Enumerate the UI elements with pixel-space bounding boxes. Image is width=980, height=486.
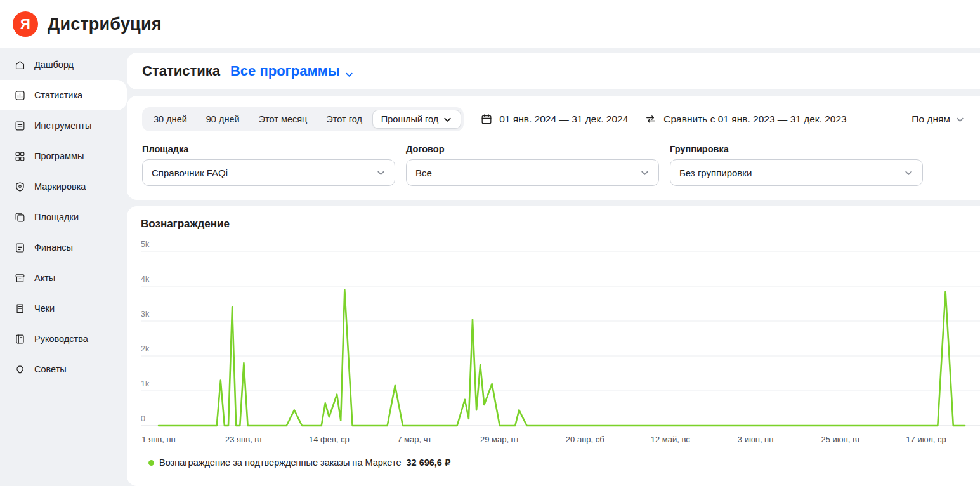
sidebar-item-programs[interactable]: Программы: [0, 141, 127, 171]
period-tab-90-days[interactable]: 90 дней: [197, 110, 249, 129]
date-range-label: 01 янв. 2024 — 31 дек. 2024: [499, 114, 628, 125]
sidebar-item-tips[interactable]: Советы: [0, 354, 127, 384]
period-tabs: 30 дней 90 дней Этот месяц Этот год Прош…: [142, 107, 464, 131]
period-tab-this-month[interactable]: Этот месяц: [250, 110, 317, 129]
contract-filter: Договор Все: [406, 144, 659, 186]
grouping-select[interactable]: Без группировки: [670, 159, 923, 186]
legend-series-label: Вознаграждение за подтвержденные заказы …: [159, 457, 401, 468]
app-title: Дистрибуция: [48, 15, 162, 34]
sidebar-item-label: Площадки: [34, 212, 79, 222]
svg-text:0: 0: [141, 414, 145, 423]
compare-label: Сравнить с 01 янв. 2023 — 31 дек. 2023: [663, 114, 846, 125]
compare-arrows-icon: [644, 113, 657, 126]
svg-text:2k: 2k: [141, 345, 150, 353]
guides-book-icon: [14, 333, 26, 345]
sidebar-item-label: Статистика: [34, 90, 82, 100]
sidebar-item-tools[interactable]: Инструменты: [0, 110, 127, 141]
contract-filter-label: Договор: [406, 144, 659, 154]
chevron-down-icon: [904, 168, 913, 178]
svg-text:29 мар, пт: 29 мар, пт: [480, 435, 519, 444]
program-selector[interactable]: Все программы: [230, 63, 354, 79]
chart-title: Вознаграждение: [141, 218, 980, 230]
reward-line-chart[interactable]: 01k2k3k4k5k1 янв, пн23 янв, вт14 фев, ср…: [134, 240, 980, 451]
bar-chart-icon: [14, 89, 26, 102]
sidebar-item-guides[interactable]: Руководства: [0, 324, 127, 354]
contract-select-value: Все: [415, 167, 432, 178]
svg-text:4k: 4k: [141, 275, 150, 284]
page-header-card: Статистика Все программы: [127, 53, 980, 89]
tips-lightbulb-icon: [14, 364, 26, 376]
platform-filter-label: Площадка: [142, 144, 395, 154]
svg-text:20 апр, сб: 20 апр, сб: [566, 435, 604, 444]
sidebar-item-acts[interactable]: Акты: [0, 263, 127, 293]
home-icon: [14, 59, 26, 71]
layout: Дашборд Статистика Инструменты Программы…: [0, 48, 980, 486]
select-filter-row: Площадка Справочник FAQi Договор Все: [142, 144, 965, 186]
grouping-filter-label: Группировка: [670, 144, 923, 154]
platform-filter: Площадка Справочник FAQi: [142, 144, 395, 186]
sidebar-item-label: Чеки: [34, 303, 55, 313]
sidebar-item-finances[interactable]: Финансы: [0, 232, 127, 263]
period-filter-row: 30 дней 90 дней Этот месяц Этот год Прош…: [142, 107, 965, 131]
svg-text:1k: 1k: [141, 379, 150, 388]
sidebar-item-platforms[interactable]: Площадки: [0, 202, 127, 232]
sidebar-item-label: Дашборд: [34, 60, 74, 70]
period-tab-last-year[interactable]: Прошлый год: [372, 110, 461, 129]
period-tab-30-days[interactable]: 30 дней: [145, 110, 196, 129]
chevron-down-icon: [376, 168, 386, 178]
chart-legend: Вознаграждение за подтвержденные заказы …: [148, 457, 980, 468]
chevron-down-icon: [955, 115, 965, 124]
svg-text:3k: 3k: [141, 310, 150, 319]
chevron-down-icon: [344, 67, 354, 76]
svg-text:7 мар, чт: 7 мар, чт: [397, 435, 431, 444]
legend-total-value: 32 696,6 ₽: [406, 457, 450, 468]
sidebar-item-label: Финансы: [34, 242, 73, 253]
sidebar-item-label: Инструменты: [34, 121, 91, 131]
receipts-icon: [14, 303, 26, 315]
granularity-label: По дням: [911, 114, 950, 125]
platform-select-value: Справочник FAQi: [152, 167, 228, 178]
sidebar-item-label: Советы: [34, 364, 67, 374]
sidebar-item-label: Руководства: [34, 334, 88, 344]
sidebar-item-label: Маркировка: [34, 181, 86, 192]
svg-text:3 июн, пн: 3 июн, пн: [738, 435, 773, 444]
chevron-down-icon: [640, 168, 650, 178]
main-content: Статистика Все программы 30 дней 90 дней…: [127, 48, 980, 486]
svg-text:5k: 5k: [141, 240, 150, 249]
acts-archive-icon: [14, 272, 26, 284]
sidebar-item-receipts[interactable]: Чеки: [0, 293, 127, 324]
grouping-select-value: Без группировки: [679, 167, 752, 178]
sidebar: Дашборд Статистика Инструменты Программы…: [0, 48, 127, 486]
period-tab-last-year-label: Прошлый год: [381, 114, 438, 124]
sidebar-item-statistics[interactable]: Статистика: [0, 80, 127, 110]
filters-card: 30 дней 90 дней Этот месяц Этот год Прош…: [127, 96, 980, 200]
calendar-icon: [480, 113, 493, 126]
grouping-filter: Группировка Без группировки: [670, 144, 923, 186]
programs-grid-icon: [14, 150, 26, 162]
sidebar-item-label: Акты: [34, 273, 55, 283]
sidebar-item-dashboard[interactable]: Дашборд: [0, 49, 127, 80]
period-tab-this-year[interactable]: Этот год: [317, 110, 371, 129]
program-selector-label: Все программы: [230, 63, 340, 79]
svg-text:23 янв, вт: 23 янв, вт: [225, 435, 263, 444]
yandex-logo[interactable]: Я: [13, 11, 38, 37]
contract-select[interactable]: Все: [406, 159, 659, 186]
svg-text:14 фев, ср: 14 фев, ср: [309, 435, 350, 444]
chevron-down-icon: [443, 115, 452, 124]
svg-text:17 июл, ср: 17 июл, ср: [906, 435, 946, 444]
svg-text:25 июн, вт: 25 июн, вт: [821, 435, 861, 444]
platforms-windows-icon: [14, 211, 26, 223]
tools-icon: [14, 120, 26, 132]
date-range-picker[interactable]: 01 янв. 2024 — 31 дек. 2024: [480, 113, 628, 126]
finances-document-icon: [14, 242, 26, 254]
platform-select[interactable]: Справочник FAQi: [142, 159, 395, 186]
svg-text:1 янв, пн: 1 янв, пн: [141, 435, 175, 444]
granularity-selector[interactable]: По дням: [911, 114, 965, 125]
svg-text:12 май, вс: 12 май, вс: [651, 435, 690, 444]
legend-dot-icon: [148, 460, 154, 466]
compare-toggle[interactable]: Сравнить с 01 янв. 2023 — 31 дек. 2023: [644, 113, 846, 126]
marking-tag-icon: [14, 181, 26, 193]
page-title: Статистика: [142, 63, 220, 79]
sidebar-item-marking[interactable]: Маркировка: [0, 171, 127, 202]
chart-card: Вознаграждение 01k2k3k4k5k1 янв, пн23 ян…: [127, 206, 980, 486]
